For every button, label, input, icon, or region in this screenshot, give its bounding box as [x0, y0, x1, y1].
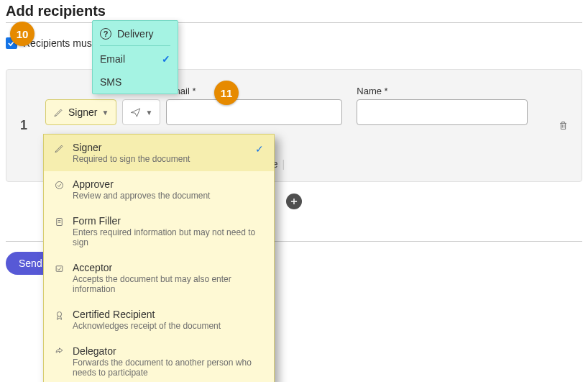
role-option-signer[interactable]: Signer Required to sign the document ✓ — [44, 135, 274, 171]
check-circle-icon — [54, 180, 65, 194]
delivery-popup: ? Delivery Email ✓ SMS — [92, 20, 178, 94]
check-icon: ✓ — [162, 53, 170, 65]
delivery-title: Delivery — [117, 28, 154, 40]
role-desc: Forwards the document to another person … — [73, 358, 264, 378]
svg-point-0 — [56, 182, 63, 189]
svg-rect-2 — [56, 266, 63, 272]
role-name: Form Filler — [73, 215, 264, 227]
role-name: Acceptor — [73, 262, 264, 273]
delivery-option-label: Email — [100, 53, 125, 65]
delivery-option-email[interactable]: Email ✓ — [93, 47, 178, 71]
role-name: Signer — [73, 142, 248, 153]
trash-icon — [558, 120, 569, 131]
page-title: Add recipients — [6, 3, 582, 19]
form-icon — [54, 217, 65, 230]
pen-icon — [54, 143, 65, 157]
role-selector-button[interactable]: Signer ▼ — [45, 99, 116, 125]
name-label: Name * — [357, 86, 528, 96]
delivery-option-sms[interactable]: SMS — [93, 71, 178, 94]
role-desc: Acknowledges receipt of the document — [73, 321, 264, 331]
role-option-delegator[interactable]: Delegator Forwards the document to anoth… — [44, 338, 274, 382]
role-option-approver[interactable]: Approver Review and approves the documen… — [44, 171, 274, 208]
accept-icon — [54, 263, 65, 277]
delivery-header: ? Delivery — [93, 21, 178, 45]
role-desc: Accepts the document but may also enter … — [73, 274, 264, 294]
role-desc: Required to sign the document — [73, 154, 248, 164]
email-field[interactable] — [166, 99, 342, 125]
plus-icon — [289, 196, 299, 206]
ribbon-icon — [54, 310, 65, 324]
recipient-index: 1 — [6, 70, 41, 181]
chevron-down-icon: ▼ — [101, 109, 109, 117]
email-label: Email * — [166, 86, 342, 96]
role-option-acceptor[interactable]: Acceptor Accepts the document but may al… — [44, 255, 274, 301]
check-icon: ✓ — [255, 143, 264, 155]
delivery-selector-button[interactable]: ▼ — [122, 99, 160, 125]
pen-icon — [53, 107, 64, 118]
annotation-badge-10: 10 — [10, 22, 35, 46]
role-popup: Signer Required to sign the document ✓ A… — [43, 134, 275, 382]
chevron-down-icon: ▼ — [145, 109, 152, 117]
role-name: Approver — [73, 178, 264, 190]
delivery-option-label: SMS — [100, 76, 121, 88]
role-name: Delegator — [73, 345, 264, 357]
divider — [100, 45, 170, 46]
role-selector-label: Signer — [68, 106, 97, 118]
order-label: Recipients must — [23, 37, 95, 49]
role-desc: Enters required information but may not … — [73, 227, 264, 247]
delete-recipient-button[interactable] — [553, 70, 573, 181]
svg-rect-1 — [57, 219, 63, 226]
role-option-form-filler[interactable]: Form Filler Enters required information … — [44, 208, 274, 255]
divider: | — [282, 158, 285, 170]
svg-point-3 — [57, 312, 61, 317]
add-recipient-button[interactable] — [286, 194, 302, 209]
role-desc: Review and approves the document — [73, 191, 264, 201]
forward-icon — [54, 347, 65, 360]
role-option-certified[interactable]: Certified Recipient Acknowledges receipt… — [44, 301, 274, 338]
annotation-badge-11: 11 — [214, 81, 239, 105]
help-icon[interactable]: ? — [100, 28, 111, 40]
send-icon — [130, 107, 141, 118]
name-field[interactable] — [357, 99, 528, 125]
role-name: Certified Recipient — [73, 309, 264, 320]
